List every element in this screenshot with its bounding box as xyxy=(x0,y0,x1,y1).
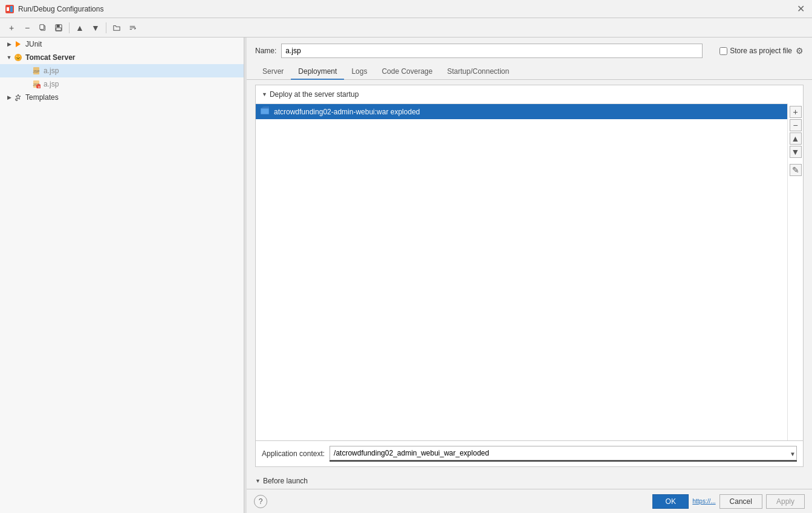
config-detail: Name: Store as project file ⚙ Server Dep… xyxy=(247,38,812,513)
ok-button[interactable]: OK xyxy=(652,494,689,509)
sort-button[interactable] xyxy=(126,21,139,34)
store-checkbox[interactable] xyxy=(719,47,727,55)
folder-button[interactable] xyxy=(110,21,123,34)
tree-item-templates[interactable]: ▶ Templates xyxy=(0,91,244,104)
save-config-button[interactable] xyxy=(52,21,65,34)
url-text: https://... xyxy=(692,498,715,505)
svg-rect-22 xyxy=(261,109,268,114)
svg-rect-1 xyxy=(7,7,9,11)
app-context-input[interactable] xyxy=(330,446,797,460)
tree-item-junit[interactable]: ▶ JUnit xyxy=(0,38,244,51)
config-tree: ▶ JUnit ▼ 🐱 Tomcat Server xyxy=(0,38,244,513)
remove-config-button[interactable]: − xyxy=(21,21,34,34)
junit-label: JUnit xyxy=(25,40,42,48)
app-context-dropdown-button[interactable]: ▼ xyxy=(790,451,796,457)
svg-text:JSP: JSP xyxy=(33,70,39,73)
store-checkbox-area: Store as project file ⚙ xyxy=(719,46,804,56)
ajsp1-arrow xyxy=(23,67,31,75)
ajsp2-label: a.jsp xyxy=(44,80,59,88)
ajsp2-arrow xyxy=(23,80,31,88)
deploy-item-icon xyxy=(261,106,270,117)
move-up-button[interactable]: ▲ xyxy=(73,21,86,34)
toolbar: + − ▲ ▼ xyxy=(0,18,812,38)
store-label: Store as project file xyxy=(730,47,792,55)
templates-label: Templates xyxy=(25,93,59,102)
app-icon xyxy=(5,4,15,14)
svg-rect-7 xyxy=(56,28,62,30)
name-input[interactable] xyxy=(281,44,703,58)
tomcat-label: Tomcat Server xyxy=(25,53,75,62)
templates-icon xyxy=(13,93,23,102)
ajsp1-label: a.jsp xyxy=(44,67,59,75)
deploy-title: Deploy at the server startup xyxy=(270,90,359,99)
apply-button[interactable]: Apply xyxy=(766,494,805,509)
before-launch-label: Before launch xyxy=(263,477,308,485)
move-up-deploy-button[interactable]: ▲ xyxy=(790,132,802,145)
move-down-button[interactable]: ▼ xyxy=(89,21,102,34)
tomcat-icon: 🐱 xyxy=(13,53,23,62)
app-context-input-wrap: ▼ xyxy=(330,446,797,462)
cancel-button[interactable]: Cancel xyxy=(719,494,762,509)
svg-text:✕: ✕ xyxy=(37,85,41,88)
junit-arrow: ▶ xyxy=(5,40,13,48)
move-down-deploy-button[interactable]: ▼ xyxy=(790,146,802,158)
svg-rect-2 xyxy=(10,6,13,12)
gear-icon[interactable]: ⚙ xyxy=(796,46,804,56)
help-button[interactable]: ? xyxy=(254,495,267,508)
main-area: ▶ JUnit ▼ 🐱 Tomcat Server xyxy=(0,38,812,513)
tab-server[interactable]: Server xyxy=(255,65,291,80)
deploy-item[interactable]: atcrowdfunding02-admin-webui:war explode… xyxy=(256,104,787,119)
svg-rect-6 xyxy=(57,24,60,27)
before-launch-arrow: ▼ xyxy=(255,478,261,484)
deploy-list: atcrowdfunding02-admin-webui:war explode… xyxy=(256,103,787,440)
svg-rect-4 xyxy=(40,24,44,29)
app-context-label: Application context: xyxy=(262,449,325,458)
deploy-header: ▼ Deploy at the server startup xyxy=(256,85,803,103)
remove-deploy-button[interactable]: − xyxy=(790,119,802,131)
copy-config-button[interactable] xyxy=(36,21,50,34)
svg-text:🐱: 🐱 xyxy=(15,54,21,60)
tree-item-ajsp1[interactable]: JSP a.jsp xyxy=(0,64,244,77)
title-bar: Run/Debug Configurations ✕ xyxy=(0,0,812,18)
templates-arrow: ▶ xyxy=(5,93,13,102)
close-button[interactable]: ✕ xyxy=(794,3,807,15)
deploy-section-arrow: ▼ xyxy=(262,91,267,97)
before-launch-section: ▼ Before launch xyxy=(247,472,812,489)
tab-logs[interactable]: Logs xyxy=(344,65,374,80)
ajsp2-icon: JSP ✕ xyxy=(31,79,41,89)
tab-startup[interactable]: Startup/Connection xyxy=(440,65,516,80)
tomcat-arrow: ▼ xyxy=(5,53,13,62)
bottom-bar: ? OK https://... Cancel Apply xyxy=(247,489,812,513)
svg-marker-23 xyxy=(261,106,269,108)
tab-deployment[interactable]: Deployment xyxy=(291,65,344,80)
deployment-content: ▼ Deploy at the server startup xyxy=(255,85,804,467)
edit-deploy-button[interactable]: ✎ xyxy=(790,164,802,176)
tree-item-tomcat[interactable]: ▼ 🐱 Tomcat Server xyxy=(0,51,244,64)
svg-marker-12 xyxy=(16,41,21,47)
name-row: Name: Store as project file ⚙ xyxy=(247,38,812,63)
junit-icon xyxy=(13,39,23,49)
add-config-button[interactable]: + xyxy=(5,21,18,34)
name-label: Name: xyxy=(255,47,276,55)
deploy-section: ▼ Deploy at the server startup xyxy=(256,85,803,440)
deploy-list-area: atcrowdfunding02-admin-webui:war explode… xyxy=(256,103,803,440)
deploy-item-label: atcrowdfunding02-admin-webui:war explode… xyxy=(274,108,420,116)
app-context-row: Application context: ▼ xyxy=(256,440,803,466)
tab-code-coverage[interactable]: Code Coverage xyxy=(374,65,440,80)
ajsp1-icon: JSP xyxy=(31,66,41,76)
dialog-title: Run/Debug Configurations xyxy=(18,5,794,13)
tabs-bar: Server Deployment Logs Code Coverage Sta… xyxy=(247,63,812,80)
add-deploy-button[interactable]: + xyxy=(790,106,802,118)
deploy-side-buttons: + − ▲ ▼ ✎ xyxy=(787,103,803,440)
bottom-right-buttons: OK https://... Cancel Apply xyxy=(652,494,805,509)
context-underline xyxy=(330,460,797,462)
tree-item-ajsp2[interactable]: JSP ✕ a.jsp xyxy=(0,77,244,91)
